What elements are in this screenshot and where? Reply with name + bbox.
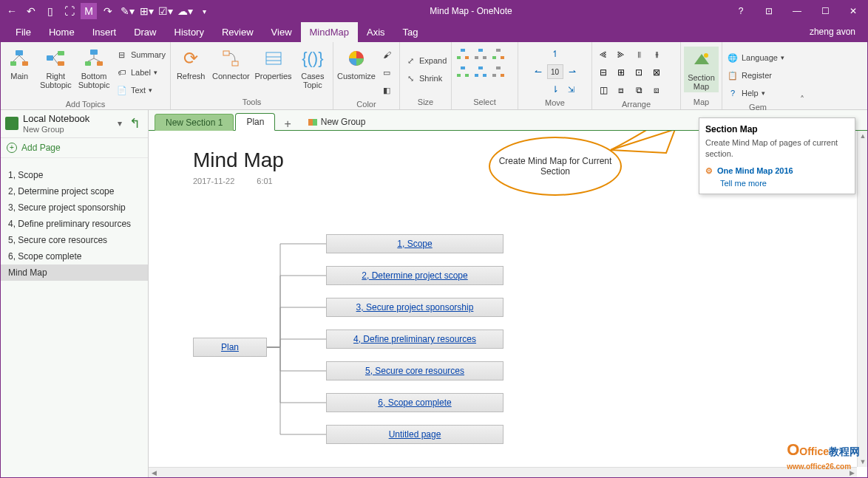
page-item[interactable]: 1, Scope [1, 167, 148, 183]
section-tab[interactable]: New Section 1 [155, 114, 234, 131]
menu-draw[interactable]: Draw [125, 22, 165, 42]
language-button[interactable]: 🌐Language▾ [725, 49, 786, 66]
menu-review[interactable]: Review [213, 22, 262, 42]
fullpage-icon[interactable]: ⛶ [61, 3, 78, 19]
nav-back-icon[interactable]: ↰ [126, 115, 143, 132]
scroll-up-icon[interactable]: ▲ [858, 131, 867, 141]
dock-icon[interactable]: ▯ [42, 3, 58, 19]
move-down-button[interactable]: ⇂ [548, 82, 563, 97]
properties-button[interactable]: Properties [254, 47, 292, 81]
tool4-icon[interactable]: ☁▾ [177, 3, 193, 19]
mindmap-child-node[interactable]: 2, Determine project scope [326, 266, 503, 285]
expand-button[interactable]: ⤢Expand [403, 52, 448, 69]
select-option[interactable] [490, 47, 506, 63]
select-option[interactable] [490, 64, 506, 81]
user-label[interactable]: zheng avon [810, 27, 861, 37]
right-subtopic-button[interactable]: Right Subtopic [38, 47, 73, 89]
close-icon[interactable]: ✕ [842, 3, 864, 19]
notebook-dropdown-icon[interactable]: ▾ [118, 118, 122, 129]
align-option[interactable]: ⊠ [648, 64, 665, 81]
back-icon[interactable]: ← [4, 3, 20, 19]
label-button[interactable]: 🏷Label▾ [115, 64, 167, 81]
align-option[interactable]: ⧉ [631, 82, 647, 98]
move-left-button[interactable]: ↼ [531, 64, 546, 79]
mindmap-child-node[interactable]: 6, Scope complete [326, 393, 503, 412]
menu-file[interactable]: File [7, 22, 40, 42]
menu-tag[interactable]: Tag [394, 22, 427, 42]
page-item[interactable]: 6, Scope complete [1, 248, 148, 264]
select-option[interactable] [472, 64, 489, 81]
page-item[interactable]: Mind Map [1, 264, 148, 281]
page-item[interactable]: 5, Secure core resources [1, 232, 148, 248]
mindmap-root-node[interactable]: Plan [193, 338, 267, 357]
menu-mindmap[interactable]: MindMap [301, 22, 358, 42]
scroll-left-icon[interactable]: ◀ [149, 468, 159, 477]
align-option[interactable]: ⧇ [648, 82, 665, 98]
align-option[interactable]: ⫴ [631, 47, 647, 63]
add-section-button[interactable]: + [277, 117, 298, 131]
shrink-button[interactable]: ⤡Shrink [403, 70, 448, 86]
main-topic-button[interactable]: Main [4, 47, 35, 81]
text-button[interactable]: 📄Text▾ [115, 82, 167, 98]
connector-button[interactable]: Connector [211, 47, 251, 81]
page-title[interactable]: Mind Map [193, 148, 284, 172]
move-right-button[interactable]: ⇀ [565, 64, 580, 79]
color-picker-3[interactable]: ◧ [379, 82, 394, 98]
help-button[interactable]: ?Help▾ [725, 85, 786, 101]
qat-customize-icon[interactable]: ▾ [196, 3, 212, 19]
menu-home[interactable]: Home [40, 22, 84, 42]
mindmap-child-node[interactable]: 5, Secure core resources [326, 361, 503, 380]
minimize-icon[interactable]: — [786, 3, 808, 19]
section-tab-active[interactable]: Plan [235, 113, 275, 131]
mindmap-child-node[interactable]: 3, Secure project sponsorship [326, 298, 503, 317]
align-option[interactable]: ⫸ [613, 47, 629, 63]
page-item[interactable]: 4, Define preliminary resources [1, 216, 148, 232]
tooltip-addin-link[interactable]: ⚙One Mind Map 2016 [705, 166, 849, 176]
menu-view[interactable]: View [262, 22, 301, 42]
align-option[interactable]: ⊡ [631, 64, 647, 81]
align-option[interactable]: ⧈ [613, 82, 629, 98]
ribbon-options-icon[interactable]: ⊡ [758, 3, 780, 19]
page-item[interactable]: 2, Determine project scope [1, 183, 148, 199]
menu-insert[interactable]: Insert [84, 22, 126, 42]
summary-button[interactable]: ⊟Summary [115, 47, 167, 63]
collapse-ribbon-icon[interactable]: ˄ [793, 42, 811, 109]
vertical-scrollbar[interactable]: ▲ ▼ [857, 131, 867, 467]
redo-icon[interactable]: ↷ [100, 3, 116, 19]
cases-topic-button[interactable]: {()}Cases Topic [296, 47, 330, 89]
move-diag-button[interactable]: ⇲ [564, 82, 579, 97]
align-option[interactable]: ⫵ [648, 47, 665, 63]
align-option[interactable]: ⊟ [595, 64, 611, 81]
section-group[interactable]: New Group [300, 114, 373, 130]
mindmap-child-node[interactable]: 1, Scope [326, 234, 503, 253]
mindmap-child-node[interactable]: 4, Define preliminary resources [326, 330, 503, 349]
bottom-subtopic-button[interactable]: Bottom Subtopic [76, 47, 112, 89]
color-picker-2[interactable]: ▭ [379, 64, 394, 81]
move-step-value[interactable]: 10 [547, 64, 563, 79]
tool2-icon[interactable]: ⊞▾ [138, 3, 155, 19]
tool3-icon[interactable]: ☑▾ [157, 3, 174, 19]
align-option[interactable]: ◫ [595, 82, 611, 98]
align-option[interactable]: ⊞ [613, 64, 629, 81]
customize-color-button[interactable]: Customize [336, 47, 376, 81]
refresh-button[interactable]: ⟳Refresh [174, 47, 208, 81]
section-map-button[interactable]: Section Map [684, 47, 719, 92]
align-option[interactable]: ⫷ [595, 47, 611, 63]
move-up-button[interactable]: ↿ [548, 47, 563, 61]
menu-history[interactable]: History [166, 22, 213, 42]
select-option[interactable] [472, 47, 489, 63]
notebook-header[interactable]: Local Notebook New Group ▾ ↰ [1, 110, 148, 138]
add-page-button[interactable]: + Add Page [1, 138, 148, 158]
select-option[interactable] [455, 64, 471, 81]
mindmap-child-node[interactable]: Untitled page [326, 425, 503, 444]
color-picker-1[interactable]: 🖌 [379, 47, 394, 63]
tooltip-tell-me-more[interactable]: Tell me more [705, 179, 849, 188]
help-icon[interactable]: ? [730, 3, 752, 19]
page-item[interactable]: 3, Secure project sponsorship [1, 199, 148, 216]
maximize-icon[interactable]: ☐ [814, 3, 836, 19]
register-button[interactable]: 📋Register [725, 67, 786, 83]
undo-icon[interactable]: ↶ [23, 3, 39, 19]
tool1-icon[interactable]: ✎▾ [119, 3, 135, 19]
mindmap-qat-icon[interactable]: M [81, 3, 97, 19]
menu-axis[interactable]: Axis [358, 22, 394, 42]
